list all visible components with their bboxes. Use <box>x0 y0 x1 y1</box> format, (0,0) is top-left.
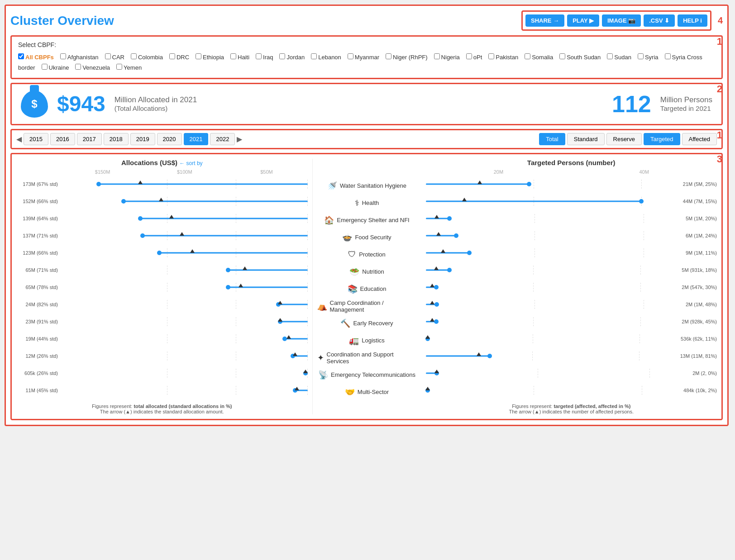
alloc-bar-area <box>62 266 308 275</box>
alloc-triangle <box>303 370 308 373</box>
cluster-label: Multi-Sector <box>358 389 389 395</box>
next-year-button[interactable]: ▶ <box>237 135 242 143</box>
alloc-value: 137M (71% std) <box>16 233 62 238</box>
csv-button[interactable]: .CSV ⬇ <box>644 14 675 27</box>
filter-btn-standard[interactable]: Standard <box>567 133 605 145</box>
cluster-icon: 🥗 <box>349 267 359 277</box>
targeted-bar-area <box>426 214 682 223</box>
cbpf-option-yemen[interactable]: Yemen <box>116 64 142 71</box>
cluster-name-row: 📚Education <box>317 280 417 298</box>
cbpf-option-nigeria[interactable]: Nigeria <box>434 54 460 61</box>
year-btn-2015[interactable]: 2015 <box>24 133 48 145</box>
alloc-row: 23M (91% std) <box>16 313 308 330</box>
alloc-triangle <box>293 352 297 356</box>
alloc-bar-line <box>140 218 308 219</box>
targeted-triangle <box>462 198 467 201</box>
cbpf-option-haiti[interactable]: Haiti <box>230 54 249 61</box>
alloc-triangle <box>169 215 174 218</box>
alloc-value: 12M (26% std) <box>16 353 62 359</box>
filter-btn-reserve[interactable]: Reserve <box>606 133 642 145</box>
cluster-name-row: 🤝Multi-Sector <box>317 384 417 401</box>
cbpf-option-ethiopia[interactable]: Ethiopia <box>196 54 224 61</box>
cbpf-option-afghanistan[interactable]: Afghanistan <box>60 54 99 61</box>
alloc-bar-line <box>159 252 308 253</box>
cbpf-option-drc[interactable]: DRC <box>169 54 189 61</box>
cbpf-option-pakistan[interactable]: Pakistan <box>488 54 518 61</box>
chart-center: x 🚿Water Sanitation Hygiene⚕Health🏠Emerg… <box>313 159 421 414</box>
year-btn-2017[interactable]: 2017 <box>77 133 102 145</box>
filter-btn-targeted[interactable]: Targeted <box>644 133 680 145</box>
targeted-value: 44M (7M, 15%) <box>679 199 717 204</box>
cbpf-option-jordan[interactable]: Jordan <box>279 54 305 61</box>
alloc-bar-line <box>99 183 308 185</box>
cluster-name-row: ⚕Health <box>317 195 417 212</box>
targeted-bar-area <box>426 180 679 189</box>
cbpf-option-syria[interactable]: Syria <box>638 54 659 61</box>
alloc-row: 123M (66% std) <box>16 244 308 261</box>
targeted-row: 2M (928k, 45%) <box>426 313 717 330</box>
cluster-icon: 🍲 <box>342 233 352 242</box>
year-btn-2019[interactable]: 2019 <box>130 133 155 145</box>
cbpf-option-colombia[interactable]: Colombia <box>131 54 163 61</box>
cbpf-option-iraq[interactable]: Iraq <box>256 54 273 61</box>
year-btn-2018[interactable]: 2018 <box>104 133 129 145</box>
alloc-row: 605k (26% std) <box>16 365 308 382</box>
alloc-chart: 173M (67% std)152M (66% std)139M (64% st… <box>16 176 308 399</box>
cbpf-options: All CBPFsAfghanistanCARColombiaDRCEthiop… <box>18 52 715 73</box>
targeted-triangle <box>441 249 445 253</box>
chart-section: 3 Allocations (US$) ← sort by $150M $100… <box>10 153 723 420</box>
cbpf-option-myanmar[interactable]: Myanmar <box>348 54 379 61</box>
cbpf-option-venezuela[interactable]: Venezuela <box>75 64 110 71</box>
filter-btn-affected[interactable]: Affected <box>682 133 717 145</box>
share-button[interactable]: SHARE → <box>525 14 564 27</box>
cbpf-option-south-sudan[interactable]: South Sudan <box>559 54 601 61</box>
year-btn-2022[interactable]: 2022 <box>210 133 235 145</box>
cluster-names: 🚿Water Sanitation Hygiene⚕Health🏠Emergen… <box>317 177 417 401</box>
year-btn-2021[interactable]: 2021 <box>184 133 209 145</box>
year-btn-2020[interactable]: 2020 <box>157 133 182 145</box>
cluster-label: Food Security <box>355 234 391 241</box>
cluster-icon: 🏠 <box>324 215 334 225</box>
alloc-value: 152M (66% std) <box>16 199 62 204</box>
cluster-label: Nutrition <box>362 268 384 275</box>
cbpf-option-ukraine[interactable]: Ukraine <box>42 64 69 71</box>
cbpf-option-opt[interactable]: oPt <box>466 54 482 61</box>
targeted-row: 13M (11M, 81%) <box>426 347 717 365</box>
allocation-desc: Million Allocated in 2021 (Total Allocat… <box>115 95 197 112</box>
targeted-triangle <box>430 318 434 322</box>
targeted-dot <box>454 233 458 238</box>
image-button[interactable]: IMAGE 📷 <box>602 14 641 27</box>
cbpf-all-option[interactable]: All CBPFs <box>18 54 54 61</box>
cbpf-option-car[interactable]: CAR <box>105 54 124 61</box>
cbpf-option-sudan[interactable]: Sudan <box>607 54 631 61</box>
targeted-row: 9M (1M, 11%) <box>426 244 717 261</box>
filter-btn-total[interactable]: Total <box>539 133 565 145</box>
play-button[interactable]: PLAY ▶ <box>567 14 599 27</box>
alloc-triangle <box>243 266 247 270</box>
alloc-bar-area <box>62 317 308 326</box>
targeted-triangle <box>477 180 482 184</box>
prev-year-button[interactable]: ◀ <box>16 135 22 143</box>
alloc-bar-line <box>280 321 307 322</box>
cbpf-option-somalia[interactable]: Somalia <box>525 54 553 61</box>
alloc-bar-area <box>62 214 308 223</box>
year-btn-2016[interactable]: 2016 <box>50 133 75 145</box>
cluster-label: Logistics <box>362 337 385 344</box>
targeted-bar-area <box>426 231 682 240</box>
targeted-triangle <box>425 335 430 339</box>
cluster-name: 🚛Logistics <box>317 336 417 346</box>
cbpf-option-lebanon[interactable]: Lebanon <box>311 54 341 61</box>
help-button[interactable]: HELP i <box>678 14 707 27</box>
cluster-label: Camp Coordination / Management <box>330 299 417 313</box>
alloc-row: 173M (67% std) <box>16 176 308 193</box>
cluster-icon: ⚕ <box>355 198 359 208</box>
cluster-name: 📡Emergency Telecommunications <box>317 370 417 380</box>
alloc-value: 65M (78% std) <box>16 285 62 290</box>
alloc-bar-area <box>62 231 308 240</box>
alloc-value: 139M (64% std) <box>16 216 62 221</box>
cluster-name: 🚿Water Sanitation Hygiene <box>317 181 417 191</box>
alloc-bar-line <box>278 304 308 305</box>
alloc-row: 65M (71% std) <box>16 261 308 279</box>
cbpf-option-niger-(rhpf)[interactable]: Niger (RhPF) <box>386 54 428 61</box>
cluster-name-row: 🥗Nutrition <box>317 263 417 280</box>
